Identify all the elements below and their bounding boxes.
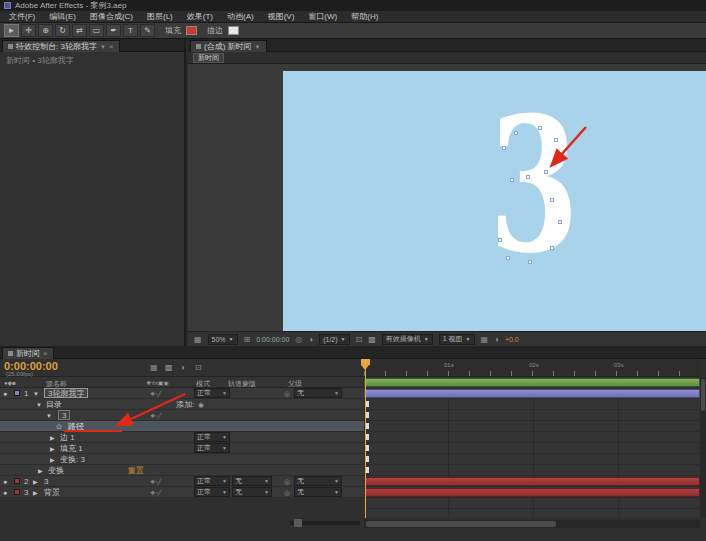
view-layout-select[interactable]: 1 视图 ▼ [439, 334, 475, 345]
label-color-chip[interactable] [14, 478, 20, 484]
timeline-zoom-handle[interactable] [294, 519, 302, 527]
viewer-timecode[interactable]: 0:00:00:00 [256, 336, 289, 343]
work-area-bar[interactable] [364, 378, 700, 387]
graph-editor-icon[interactable]: ⊡ [195, 363, 202, 372]
pixel-aspect-icon[interactable]: ▦ [481, 335, 489, 344]
expand-triangle-icon[interactable]: ▶ [33, 477, 38, 487]
shape-group-row[interactable]: ▼ 3 ❖▫╱ [0, 410, 364, 421]
brush-tool[interactable]: ✎ [140, 24, 155, 37]
text-tool[interactable]: T [123, 24, 138, 37]
menu-item-edit[interactable]: 编辑(E) [42, 11, 83, 23]
menu-item-window[interactable]: 窗口(W) [301, 11, 344, 23]
fast-preview-icon[interactable]: ◑ [494, 335, 499, 344]
menu-item-composition[interactable]: 图像合成(C) [83, 11, 140, 23]
expand-triangle-icon[interactable]: ▶ [50, 455, 55, 465]
comp-name-button[interactable]: 新时间 [193, 53, 224, 63]
stroke-color-swatch[interactable] [228, 26, 239, 35]
fill-group-row[interactable]: ▶ 填充 1 正常▼ [0, 443, 364, 454]
transparency-grid-icon[interactable]: ▩ [368, 335, 376, 344]
channels-icon[interactable]: ◑ [308, 335, 313, 344]
expand-triangle-icon[interactable]: ▼ [36, 400, 42, 410]
menu-item-animation[interactable]: 动画(A) [220, 11, 261, 23]
parent-select[interactable]: 无▼ [294, 476, 342, 486]
mask-shape-tool[interactable]: ▭ [89, 24, 104, 37]
mode-select[interactable]: 正常▼ [194, 388, 230, 398]
menu-item-layer[interactable]: 图层(L) [140, 11, 180, 23]
chevron-down-icon[interactable]: ▼ [100, 42, 106, 52]
menu-item-view[interactable]: 视图(V) [261, 11, 302, 23]
vertical-scrollbar-handle[interactable] [701, 379, 705, 411]
exposure-value[interactable]: +0.0 [505, 336, 519, 343]
hand-tool[interactable]: ✛ [21, 24, 36, 37]
property-name-stroke[interactable]: 边 1 [60, 433, 75, 443]
snapshot-icon[interactable]: ◎ [295, 335, 302, 344]
trkmat-select[interactable]: 无▼ [232, 476, 272, 486]
pen-tool[interactable]: ✒ [106, 24, 121, 37]
eye-icon[interactable]: ● [3, 389, 7, 399]
shape-transform-row[interactable]: ▶ 变换: 3 [0, 454, 364, 465]
add-button-icon[interactable]: ◉ [198, 400, 204, 410]
menu-item-effect[interactable]: 效果(T) [180, 11, 220, 23]
comp-canvas[interactable]: 3 [283, 71, 706, 331]
mode-select[interactable]: 正常▼ [194, 487, 230, 497]
parent-pickwhip-icon[interactable]: ◎ [284, 477, 290, 487]
parent-select[interactable]: 无▼ [294, 487, 342, 497]
contents-group-row[interactable]: ▼ 目录 添加: ◉ [0, 399, 364, 410]
expand-triangle-icon[interactable]: ▶ [38, 466, 43, 476]
parent-pickwhip-icon[interactable]: ◎ [284, 488, 290, 498]
stopwatch-icon[interactable]: ⊙ [56, 422, 62, 432]
expand-triangle-icon[interactable]: ▶ [50, 433, 55, 443]
layer-transform-row[interactable]: ▶ 变换 重置 [0, 465, 364, 476]
expand-triangle-icon[interactable]: ▶ [33, 488, 38, 498]
selection-tool[interactable]: ► [4, 24, 19, 37]
layer-3-duration-bar[interactable] [364, 488, 700, 497]
horizontal-scrollbar[interactable] [364, 520, 700, 528]
close-icon[interactable]: × [43, 349, 48, 359]
property-name-transform[interactable]: 变换 [48, 466, 64, 476]
parent-pickwhip-icon[interactable]: ◎ [284, 389, 290, 399]
layer-name[interactable]: 3轮廓我字 [44, 388, 88, 398]
time-ruler[interactable]: 01s 02s 03s [364, 359, 700, 377]
tab-effect-controls[interactable]: 特效控制台: 3轮廓我字 ▼ × [2, 40, 120, 52]
reset-link[interactable]: 重置 [128, 466, 144, 476]
eye-icon[interactable]: ● [3, 488, 7, 498]
resolution-select[interactable]: (1/2) ▼ [319, 334, 349, 345]
group-name[interactable]: 目录 [46, 400, 62, 410]
mode-select[interactable]: 正常▼ [194, 443, 230, 453]
tab-timeline-comp[interactable]: 新时间 × [2, 347, 54, 359]
chevron-down-icon[interactable]: ▼ [255, 42, 261, 52]
safe-area-icon[interactable]: ⊞ [244, 335, 251, 344]
expand-triangle-icon[interactable]: ▼ [46, 411, 52, 421]
layer-row-3[interactable]: ● 3 ▶ 背景 ❖▫╱ 正常▼ 无▼ ◎ 无▼ [0, 487, 364, 498]
grid-icon[interactable]: ▦ [194, 335, 202, 344]
horizontal-scrollbar-handle[interactable] [366, 521, 556, 527]
mode-select[interactable]: 正常▼ [194, 476, 230, 486]
tab-composition[interactable]: (合成) 新时间 ▼ [190, 40, 267, 52]
comp-mini-flowchart-icon[interactable]: ▦ [150, 363, 158, 372]
layer-name[interactable]: 3 [44, 477, 48, 487]
property-name-fill[interactable]: 填充 1 [60, 444, 83, 454]
orbit-tool[interactable]: ↻ [55, 24, 70, 37]
vertical-scrollbar[interactable] [700, 377, 706, 518]
draft-3d-icon[interactable]: ▩ [165, 363, 173, 372]
layer-row-2[interactable]: ● 2 ▶ 3 ❖▫╱ 正常▼ 无▼ ◎ 无▼ [0, 476, 364, 487]
magnification-select[interactable]: 50% ▼ [208, 334, 238, 345]
pan-behind-tool[interactable]: ⇄ [72, 24, 87, 37]
layer-name[interactable]: 背景 [44, 488, 60, 498]
layer-2-duration-bar[interactable] [364, 477, 700, 486]
zoom-tool[interactable]: ⊕ [38, 24, 53, 37]
path-property-row[interactable]: ⊙ 路径 [0, 421, 364, 432]
menu-item-help[interactable]: 帮助(H) [344, 11, 385, 23]
camera-select[interactable]: 有效摄像机 ▼ [382, 334, 433, 345]
timeline-zoom-slider[interactable] [290, 521, 360, 525]
mode-select[interactable]: 正常▼ [194, 432, 230, 442]
layer-row-1[interactable]: ● 1 ▼ 3轮廓我字 ❖▫╱ 正常▼ ◎ 无▼ [0, 388, 364, 399]
label-color-chip[interactable] [14, 489, 20, 495]
layer-1-duration-bar[interactable] [364, 389, 700, 398]
expand-triangle-icon[interactable]: ▶ [50, 444, 55, 454]
menu-item-file[interactable]: 文件(F) [2, 11, 42, 23]
expand-triangle-icon[interactable]: ▼ [33, 389, 39, 399]
property-name-shape-transform[interactable]: 变换: 3 [60, 455, 85, 465]
close-icon[interactable]: × [109, 42, 114, 52]
motion-blur-icon[interactable]: ◑ [180, 363, 185, 372]
